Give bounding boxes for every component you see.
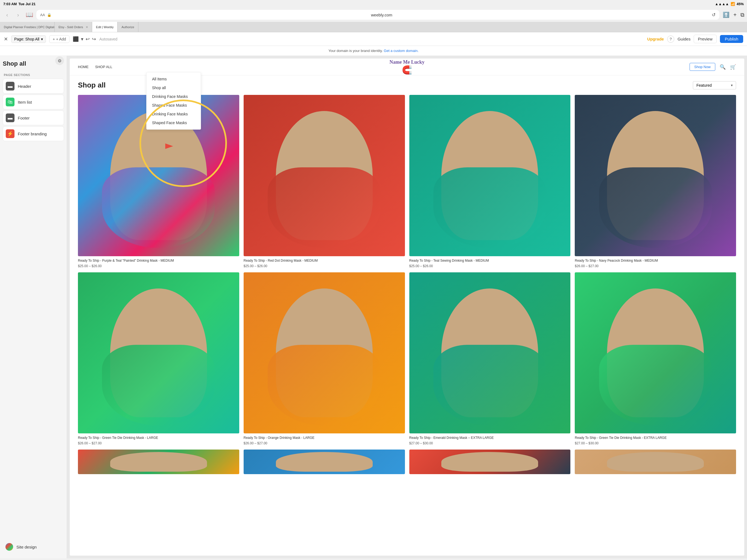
sidebar-item-footer[interactable]: ▬ Footer (3, 110, 64, 125)
add-button[interactable]: + + Add (49, 35, 70, 43)
product-name-2: Ready To Ship - Teal Sewing Drinking Mas… (409, 258, 571, 263)
site-design-label: Site design (17, 545, 36, 549)
dropdown-all-items[interactable]: All Items (147, 75, 201, 83)
site-design-button[interactable]: Site design (3, 540, 64, 554)
custom-domain-link[interactable]: Get a custom domain. (384, 49, 419, 53)
dropdown-menu: All Items Shop all Drinking Face Masks S… (146, 72, 201, 130)
product-card-9[interactable] (243, 450, 405, 476)
close-button[interactable]: ✕ (4, 36, 8, 42)
tabs-button[interactable]: ⧉ (741, 12, 744, 18)
product-name-4: Ready To Ship - Green Tie Die Drinking M… (78, 436, 239, 440)
product-card-3[interactable]: Ready To Ship - Navy Peacock Drinking Ma… (575, 95, 736, 268)
redo-button[interactable]: ↪ (92, 36, 96, 42)
domain-banner: Your domain is your brand identity. Get … (0, 46, 747, 56)
logo-text: Name Me Lucky 🧲 (390, 59, 424, 75)
store-nav-right: Shop Now 🔍 🛒 (690, 63, 736, 71)
product-card-11[interactable] (575, 450, 736, 476)
back-button[interactable]: ‹ (3, 10, 11, 19)
layout-chevron[interactable]: ▾ (81, 36, 83, 42)
sort-wrapper: Featured Newest Price: Low to High Price… (693, 81, 736, 90)
chevron-down-icon: ▾ (41, 37, 43, 41)
forward-button[interactable]: › (14, 10, 22, 19)
nav-home[interactable]: HOME (78, 65, 88, 69)
search-icon[interactable]: 🔍 (720, 64, 726, 70)
sidebar-item-itemlist[interactable]: 🛍 Item list (3, 95, 64, 109)
dropdown-shaped-masks-1[interactable]: Shaped Face Masks (147, 101, 201, 110)
product-card-10[interactable] (409, 450, 571, 476)
tab-digital-planner[interactable]: Digital Planner Freebies | DPC Digitals (0, 22, 55, 32)
tab-authorize[interactable]: Authorize (118, 22, 138, 32)
product-image-9 (243, 450, 405, 474)
tabs-bar: Digital Planner Freebies | DPC Digitals … (0, 22, 747, 32)
product-card-7[interactable]: Ready To Ship - Green Tie Die Drinking M… (575, 272, 736, 446)
guides-button[interactable]: Guides (677, 36, 691, 41)
dropdown-drinking-masks-2[interactable]: Drinking Face Masks (147, 110, 201, 119)
browser-chrome: ‹ › 📖 AA 🔒 weebly.com ↺ ⬆️ + ⧉ (0, 8, 747, 22)
url-bar[interactable]: AA 🔒 weebly.com ↺ (36, 10, 719, 20)
https-lock-icon: 🔒 (47, 13, 51, 17)
bookmarks-button[interactable]: 📖 (26, 11, 33, 18)
preview-button[interactable]: Preview (694, 35, 716, 43)
date: Tue Jul 21 (18, 2, 35, 6)
sidebar-item-header[interactable]: ▬ Header (3, 79, 64, 94)
product-price-1: $25.00 – $26.00 (243, 264, 405, 268)
product-name-0: Ready To Ship - Purple & Teal "Painted" … (78, 258, 239, 263)
header-icon: ▬ (6, 82, 15, 91)
product-image-11 (575, 450, 736, 474)
product-card-4[interactable]: Ready To Ship - Green Tie Die Drinking M… (78, 272, 239, 446)
website-preview: ◄ HOME SHOP ALL Name Me Lucky 🧲 Shop Now… (70, 58, 744, 556)
product-image-5 (243, 272, 405, 434)
nav-buttons: ‹ › (3, 10, 22, 19)
status-bar: 7:03 AM Tue Jul 21 ▲▲▲▲ 📶 45% (0, 0, 747, 8)
time: 7:03 AM (3, 2, 17, 6)
publish-button[interactable]: Publish (720, 35, 743, 43)
toolbar-icons: ⬛ ▾ ↩ ↪ Autosaved (73, 36, 117, 42)
product-card-8[interactable] (78, 450, 239, 476)
page-selector[interactable]: Page: Shop All ▾ (11, 35, 46, 43)
upgrade-button[interactable]: Upgrade (647, 36, 664, 41)
product-image-10 (409, 450, 571, 474)
product-card-2[interactable]: Ready To Ship - Teal Sewing Drinking Mas… (409, 95, 571, 268)
sidebar-itemlist-label: Item list (18, 100, 32, 104)
tab-weebly[interactable]: Edit | Weebly (92, 22, 118, 32)
content-area: ◄ HOME SHOP ALL Name Me Lucky 🧲 Shop Now… (67, 56, 747, 558)
wifi-icon: 📶 (730, 2, 735, 6)
sidebar-footer-label: Footer (18, 116, 29, 120)
editor-toolbar: ✕ Page: Shop All ▾ + + Add ⬛ ▾ ↩ ↪ Autos… (0, 32, 747, 46)
footer-branding-icon: ⚡ (6, 129, 15, 138)
undo-button[interactable]: ↩ (85, 36, 90, 42)
refresh-button[interactable]: ↺ (712, 12, 716, 18)
layout-button[interactable]: ⬛ (73, 36, 79, 42)
sidebar-item-footer-branding[interactable]: ⚡ Footer branding (3, 126, 64, 141)
site-design-icon (5, 543, 13, 551)
cart-icon[interactable]: 🛒 (730, 64, 736, 70)
signal-icon: ▲▲▲▲ (715, 2, 729, 6)
dropdown-drinking-masks-1[interactable]: Drinking Face Masks (147, 92, 201, 101)
sidebar-footer-branding-label: Footer branding (18, 131, 47, 136)
sidebar-title: Shop all (3, 60, 26, 67)
product-price-5: $26.00 – $27.00 (243, 441, 405, 445)
product-image-8 (78, 450, 239, 474)
product-name-6: Ready To Ship - Emerald Drinking Mask – … (409, 436, 571, 440)
sort-select[interactable]: Featured Newest Price: Low to High Price… (693, 81, 736, 90)
product-card-6[interactable]: Ready To Ship - Emerald Drinking Mask – … (409, 272, 571, 446)
product-card-1[interactable]: Ready To Ship - Red Dot Drinking Mask - … (243, 95, 405, 268)
product-card-5[interactable]: Ready To Ship - Orange Drinking Mask - L… (243, 272, 405, 446)
shop-now-button[interactable]: Shop Now (690, 63, 715, 71)
nav-shop-all[interactable]: SHOP ALL (95, 65, 112, 69)
product-image-4 (78, 272, 239, 434)
tab-close-etsy[interactable]: × (86, 25, 88, 29)
settings-button[interactable]: ⚙ (55, 56, 64, 65)
product-price-6: $27.00 – $30.00 (409, 441, 571, 445)
product-image-7 (575, 272, 736, 434)
new-tab-button[interactable]: + (733, 12, 737, 18)
share-button[interactable]: ⬆️ (723, 11, 729, 18)
product-grid-row3 (78, 450, 736, 476)
dropdown-shop-all[interactable]: Shop all (147, 83, 201, 92)
product-price-2: $25.00 – $26.00 (409, 264, 571, 268)
tab-etsy[interactable]: Etsy - Sold Orders × (55, 22, 92, 32)
dropdown-shaped-masks-2[interactable]: Shaped Face Masks (147, 119, 201, 127)
help-button[interactable]: ? (667, 35, 674, 43)
product-name-5: Ready To Ship - Orange Drinking Mask - L… (243, 436, 405, 440)
store-logo: Name Me Lucky 🧲 (390, 59, 424, 75)
